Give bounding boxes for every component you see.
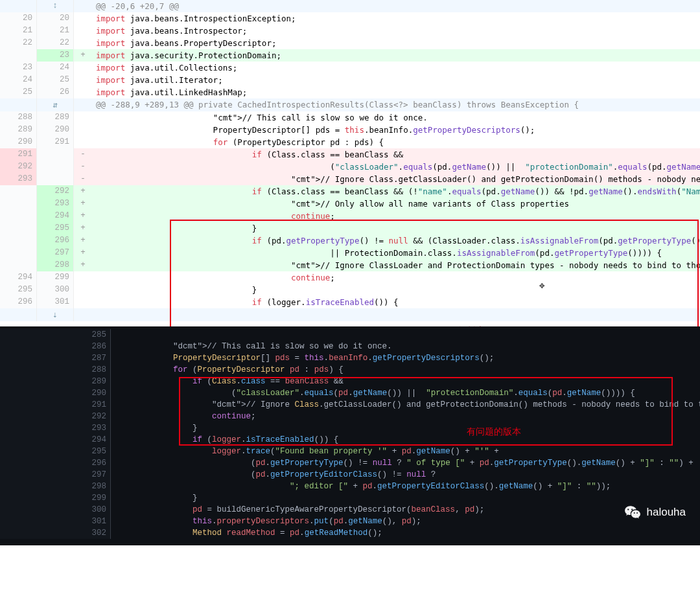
diff-marker [74,37,93,49]
diff-line[interactable]: 295+ } [0,222,700,234]
code-line[interactable]: 299 } [0,492,700,504]
code-line[interactable]: 301 this.propertyDescriptors.put(pd.getN… [0,516,700,527]
code-cell: logger.trace("Found bean property '" + p… [111,446,701,457]
old-line-no: 293 [0,173,37,185]
code-line[interactable]: 300 pd = buildGenericTypeAwarePropertyDe… [0,504,700,516]
code-line[interactable]: 293 } [0,422,700,434]
diff-line[interactable]: 294+ continue; [0,210,700,222]
new-line-no: 292 [37,185,74,198]
code-cell: import java.util.Iterator; [92,74,700,86]
diff-marker [74,111,93,124]
code-cell: ("classLoader".equals(pd.getName()) || "… [92,161,700,173]
watermark: halouha [624,504,686,521]
diff-line[interactable]: 291- if (Class.class == beanClass && [0,148,700,161]
expand-row[interactable]: ⇵@@ -288,9 +289,13 @@ private CachedIntr… [0,98,700,111]
code-line[interactable]: 287 PropertyDescriptor[] pds = this.bean… [0,352,700,364]
diff-marker: + [74,259,93,271]
code-cell: if (Class.class == beanClass && [111,376,701,387]
diff-marker: + [74,49,93,62]
diff-line[interactable]: 296301 if (logger.isTraceEnabled()) { [0,296,700,308]
expand-row[interactable]: ↕@@ -20,6 +20,7 @@ [0,0,700,12]
code-cell: if (logger.isTraceEnabled()) { [92,296,700,308]
old-line-no [0,259,37,271]
old-line-no: 288 [0,111,37,124]
new-line-no: 299 [37,271,74,284]
code-cell: import java.beans.PropertyDescriptor; [92,37,700,49]
old-line-no: 21 [0,25,37,37]
diff-line[interactable]: 2324import java.util.Collections; [0,62,700,74]
line-no: 299 [67,492,111,504]
diff-line[interactable]: 294299 continue; [0,271,700,284]
new-line-no [37,173,74,185]
diff-line[interactable]: 2222import java.beans.PropertyDescriptor… [0,37,700,49]
code-cell: } [111,492,701,504]
code-line[interactable]: 297 (pd.getPropertyEditorClass() != null… [0,469,700,481]
diff-marker [74,271,93,284]
code-cell: pd = buildGenericTypeAwarePropertyDescri… [111,504,701,516]
code-line[interactable]: 289 if (Class.class == beanClass && [0,376,700,387]
diff-marker [74,86,93,98]
new-line-no: 293 [37,198,74,210]
old-line-no: 294 [0,271,37,284]
code-cell: || ProtectionDomain.class.isAssignableFr… [92,247,700,259]
code-line[interactable]: 302 Method readMethod = pd.getReadMethod… [0,527,700,539]
code-line[interactable]: 296 (pd.getPropertyType() != null ? " of… [0,457,700,469]
code-line[interactable]: 288 for (PropertyDescriptor pd : pds) { [0,364,700,376]
diff-line[interactable]: 290291 for (PropertyDescriptor pd : pds)… [0,136,700,148]
diff-line[interactable]: 2425import java.util.Iterator; [0,74,700,86]
code-cell: for (PropertyDescriptor pd : pds) { [111,364,701,376]
old-line-no: 295 [0,284,37,296]
code-cell [111,329,701,341]
code-cell: if (Class.class == beanClass && (!"name"… [92,185,700,198]
new-line-no: 294 [37,210,74,222]
line-no: 294 [67,434,111,446]
diff-marker [74,124,93,136]
diff-marker [74,296,93,308]
code-line[interactable]: 294 if (logger.isTraceEnabled()) { [0,434,700,446]
code-line[interactable]: 285 [0,329,700,341]
diff-line[interactable]: 2121import java.beans.Introspector; [0,25,700,37]
diff-line[interactable]: 297+ || ProtectionDomain.class.isAssigna… [0,247,700,259]
line-no: 291 [67,399,111,411]
old-line-no [0,222,37,234]
diff-marker: + [74,210,93,222]
diff-view: ↕@@ -20,6 +20,7 @@ 2020import java.beans… [0,0,700,321]
diff-line[interactable]: 293+ "cmt">// Only allow all name varian… [0,198,700,210]
new-line-no [37,148,74,161]
diff-line[interactable]: 298+ "cmt">// Ignore ClassLoader and Pro… [0,259,700,271]
diff-line[interactable]: 292- ("classLoader".equals(pd.getName())… [0,161,700,173]
diff-marker [74,12,93,25]
line-no: 302 [67,527,111,539]
expand-row[interactable]: ⇣ [0,308,700,321]
code-cell: "; editor [" + pd.getPropertyEditorClass… [111,481,701,492]
diff-marker [74,136,93,148]
diff-marker: + [74,247,93,259]
diff-line[interactable]: 292+ if (Class.class == beanClass && (!"… [0,185,700,198]
diff-line[interactable]: 293- "cmt">// Ignore Class.getClassLoade… [0,173,700,185]
new-line-no [37,161,74,173]
diff-line[interactable]: 289290 PropertyDescriptor[] pds = this.b… [0,124,700,136]
diff-line[interactable]: 23+import java.security.ProtectionDomain… [0,49,700,62]
line-no: 288 [67,364,111,376]
code-line[interactable]: 286 "dcmt">// This call is slow so we do… [0,341,700,352]
code-cell: if (logger.isTraceEnabled()) { [111,434,701,446]
code-line[interactable]: 295 logger.trace("Found bean property '"… [0,446,700,457]
code-cell: PropertyDescriptor[] pds = this.beanInfo… [111,352,701,364]
code-line[interactable]: 292 continue; [0,411,700,422]
diff-line[interactable]: 295300 } [0,284,700,296]
diff-marker: - [74,161,93,173]
code-cell: ("classLoader".equals(pd.getName()) || "… [111,387,701,399]
code-cell: if (Class.class == beanClass && [92,148,700,161]
diff-line[interactable]: 288289 "cmt">// This call is slow so we … [0,111,700,124]
diff-line[interactable]: 2020import java.beans.IntrospectionExcep… [0,12,700,25]
diff-line[interactable]: 2526import java.util.LinkedHashMap; [0,86,700,98]
code-line[interactable]: 290 ("classLoader".equals(pd.getName()) … [0,387,700,399]
diff-line[interactable]: 296+ if (pd.getPropertyType() != null &&… [0,234,700,247]
code-cell: "cmt">// This call is slow so we do it o… [92,111,700,124]
old-line-no: 292 [0,161,37,173]
old-line-no [0,210,37,222]
code-line[interactable]: 291 "dcmt">// Ignore Class.getClassLoade… [0,399,700,411]
old-line-no: 290 [0,136,37,148]
code-cell: PropertyDescriptor[] pds = this.beanInfo… [92,124,700,136]
code-line[interactable]: 298 "; editor [" + pd.getPropertyEditorC… [0,481,700,492]
